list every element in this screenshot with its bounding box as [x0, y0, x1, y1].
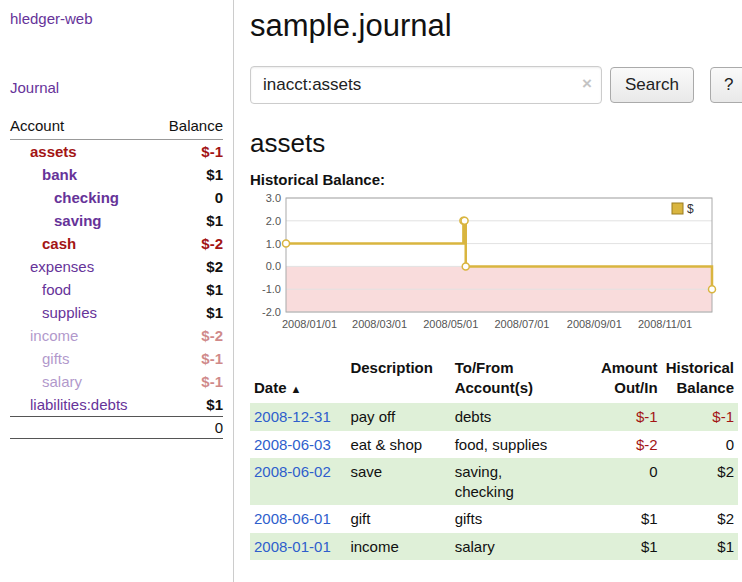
register-body: 2008-12-31pay offdebts$-1$-12008-06-03ea… — [250, 403, 738, 560]
main-content: sample.journal × Search ? assets Histori… — [234, 0, 742, 582]
svg-text:2008/05/01: 2008/05/01 — [423, 318, 478, 330]
svg-text:1.0: 1.0 — [266, 238, 281, 250]
account-row: food$1 — [10, 278, 223, 301]
account-row: salary$-1 — [10, 370, 223, 393]
svg-text:-2.0: -2.0 — [262, 306, 281, 318]
app-title-link[interactable]: hledger-web — [10, 10, 223, 27]
transaction-accounts: salary — [451, 533, 585, 561]
register-row: 2008-06-01giftgifts$1$2 — [250, 505, 738, 533]
sort-ascending-icon: ▲ — [291, 383, 302, 395]
account-balance: 0 — [156, 186, 223, 209]
transaction-amount: $-2 — [584, 431, 661, 459]
transaction-amount: $1 — [584, 533, 661, 561]
register-row: 2008-01-01incomesalary$1$1 — [250, 533, 738, 561]
account-link[interactable]: salary — [42, 373, 82, 390]
account-link[interactable]: food — [42, 281, 71, 298]
transaction-balance: 0 — [662, 431, 738, 459]
transaction-description: gift — [346, 505, 450, 533]
page-title: sample.journal — [250, 8, 742, 44]
help-button[interactable]: ? — [710, 67, 742, 103]
register-header-date[interactable]: Date▲ — [250, 356, 346, 403]
register-row: 2008-12-31pay offdebts$-1$-1 — [250, 403, 738, 431]
svg-text:2008/11/01: 2008/11/01 — [638, 318, 692, 330]
accounts-total-balance: 0 — [156, 417, 223, 439]
transaction-accounts: gifts — [451, 505, 585, 533]
account-link[interactable]: cash — [42, 235, 76, 252]
account-balance: $-1 — [156, 140, 223, 164]
svg-text:3.0: 3.0 — [266, 192, 281, 204]
app-window: hledger-web Journal Account Balance asse… — [0, 0, 742, 582]
transaction-description: income — [346, 533, 450, 561]
transaction-date-link[interactable]: 2008-06-02 — [254, 463, 331, 480]
account-heading: assets — [250, 128, 742, 159]
account-row: cash$-2 — [10, 232, 223, 255]
transaction-balance: $2 — [662, 505, 738, 533]
register-header-accounts: To/From Account(s) — [451, 356, 585, 403]
account-row: expenses$2 — [10, 255, 223, 278]
search-input[interactable] — [250, 66, 602, 104]
account-balance: $1 — [156, 209, 223, 232]
account-link[interactable]: bank — [42, 166, 77, 183]
register-table: Date▲ Description To/From Account(s) Amo… — [250, 356, 738, 560]
account-link[interactable]: supplies — [42, 304, 97, 321]
accounts-header-balance: Balance — [156, 114, 223, 140]
accounts-body: assets$-1bank$1checking0saving$1cash$-2e… — [10, 140, 223, 417]
svg-text:$: $ — [687, 202, 694, 216]
accounts-header-account: Account — [10, 114, 156, 140]
svg-text:-1.0: -1.0 — [262, 283, 281, 295]
account-link[interactable]: assets — [30, 143, 77, 160]
account-balance: $1 — [156, 301, 223, 324]
svg-text:2008/03/01: 2008/03/01 — [352, 318, 407, 330]
search-bar: × Search ? — [250, 66, 742, 104]
accounts-total-row: 0 — [10, 417, 223, 439]
transaction-accounts: food, supplies — [451, 431, 585, 459]
account-balance: $-1 — [156, 347, 223, 370]
svg-text:2.0: 2.0 — [266, 215, 281, 227]
register-row: 2008-06-02savesaving, checking0$2 — [250, 458, 738, 505]
account-row: income$-2 — [10, 324, 223, 347]
account-balance: $2 — [156, 255, 223, 278]
account-balance: $-2 — [156, 232, 223, 255]
account-balance: $-2 — [156, 324, 223, 347]
accounts-header-row: Account Balance — [10, 114, 223, 140]
transaction-description: pay off — [346, 403, 450, 431]
svg-text:2008/09/01: 2008/09/01 — [567, 318, 622, 330]
account-row: bank$1 — [10, 163, 223, 186]
clear-search-icon[interactable]: × — [582, 75, 592, 92]
chart-title: Historical Balance: — [250, 171, 742, 188]
account-balance: $-1 — [156, 370, 223, 393]
account-link[interactable]: expenses — [30, 258, 94, 275]
account-balance: $1 — [156, 393, 223, 417]
svg-text:0.0: 0.0 — [266, 260, 281, 272]
transaction-balance: $1 — [662, 533, 738, 561]
account-row: checking0 — [10, 186, 223, 209]
account-balance: $1 — [156, 278, 223, 301]
account-link[interactable]: gifts — [42, 350, 70, 367]
account-link[interactable]: liabilities:debts — [30, 396, 128, 413]
search-button[interactable]: Search — [610, 67, 694, 103]
transaction-date-link[interactable]: 2008-06-01 — [254, 510, 331, 527]
transaction-description: eat & shop — [346, 431, 450, 459]
account-link[interactable]: income — [30, 327, 78, 344]
transaction-balance: $2 — [662, 458, 738, 505]
account-row: liabilities:debts$1 — [10, 393, 223, 417]
accounts-table: Account Balance assets$-1bank$1checking0… — [10, 114, 223, 439]
transaction-amount: $-1 — [584, 403, 661, 431]
transaction-balance: $-1 — [662, 403, 738, 431]
register-header-date-label: Date — [254, 379, 287, 396]
account-row: saving$1 — [10, 209, 223, 232]
balance-chart: 3.02.01.00.0-1.0-2.02008/01/012008/03/01… — [250, 190, 720, 340]
transaction-date-link[interactable]: 2008-01-01 — [254, 538, 331, 555]
register-header-amount: Amount Out/In — [584, 356, 661, 403]
transaction-date-link[interactable]: 2008-06-03 — [254, 436, 331, 453]
register-row: 2008-06-03eat & shopfood, supplies$-20 — [250, 431, 738, 459]
sidebar-item-journal[interactable]: Journal — [10, 79, 223, 96]
account-link[interactable]: saving — [54, 212, 102, 229]
transaction-amount: 0 — [584, 458, 661, 505]
transaction-date-link[interactable]: 2008-12-31 — [254, 408, 331, 425]
register-header-balance: Historical Balance — [662, 356, 738, 403]
account-link[interactable]: checking — [54, 189, 119, 206]
account-balance: $1 — [156, 163, 223, 186]
account-row: gifts$-1 — [10, 347, 223, 370]
sidebar: hledger-web Journal Account Balance asse… — [0, 0, 234, 582]
